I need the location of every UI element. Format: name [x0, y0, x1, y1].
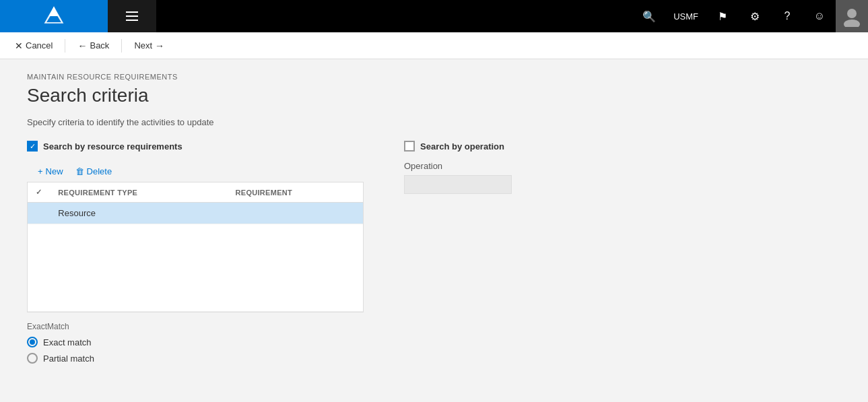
svg-point-4 [844, 20, 860, 27]
search-requirements-label: Search by resource requirements [43, 141, 182, 152]
top-nav-icons: 🔍 USMF ⚑ ⚙ ? ☺ [633, 0, 868, 32]
next-button[interactable]: Next → [127, 38, 171, 54]
back-label: Back [90, 40, 109, 51]
cancel-label: Cancel [26, 40, 53, 51]
separator [65, 39, 65, 53]
delete-icon: 🗑 [75, 166, 84, 176]
sub-nav: ✕ Cancel ← Back Next → [0, 32, 868, 59]
separator2 [121, 39, 122, 53]
requirements-table: ✓ REQUIREMENT TYPE REQUIREMENT [28, 182, 363, 312]
partial-match-row: Partial match [27, 353, 364, 364]
next-label: Next [134, 40, 152, 51]
company-selector[interactable]: USMF [665, 0, 706, 32]
main-content: MAINTAIN RESOURCE REQUIREMENTS Search cr… [0, 59, 868, 402]
exact-match-radio[interactable] [27, 337, 38, 347]
checkmark-icon: ✓ [30, 143, 36, 150]
table-empty-row [28, 224, 363, 312]
company-name: USMF [673, 11, 698, 22]
plus-icon: + [38, 166, 43, 176]
table-toolbar: + New 🗑 Delete [27, 161, 364, 182]
row-req-cell [228, 203, 363, 224]
exact-match-row: Exact match [27, 337, 364, 347]
left-column: ✓ Search by resource requirements + New … [27, 141, 364, 369]
table-row[interactable]: Resource [28, 203, 363, 224]
user-avatar[interactable] [836, 0, 868, 32]
back-button[interactable]: ← Back [71, 38, 116, 54]
next-icon: → [155, 40, 164, 51]
app-logo[interactable] [0, 0, 108, 32]
operation-input[interactable] [404, 175, 512, 194]
exact-match-label: Exact match [43, 337, 92, 347]
partial-match-radio[interactable] [27, 353, 38, 364]
gear-icon[interactable]: ⚙ [739, 0, 771, 32]
search-operation-checkbox[interactable] [404, 141, 415, 152]
breadcrumb: MAINTAIN RESOURCE REQUIREMENTS [27, 73, 841, 81]
search-by-requirements-row: ✓ Search by resource requirements [27, 141, 364, 152]
back-icon: ← [77, 40, 87, 51]
svg-point-3 [847, 9, 857, 18]
search-requirements-checkbox[interactable]: ✓ [27, 141, 38, 152]
subtitle: Specify criteria to identify the activit… [27, 117, 841, 127]
col-check: ✓ [28, 182, 50, 203]
exact-match-section-label: ExactMatch [27, 322, 364, 331]
search-by-operation-row: Search by operation [404, 141, 841, 152]
delete-label: Delete [87, 166, 112, 176]
page-title: Search criteria [27, 85, 841, 106]
hamburger-icon [126, 11, 138, 21]
cancel-button[interactable]: ✕ Cancel [8, 38, 59, 54]
operation-label: Operation [404, 161, 841, 171]
requirements-table-wrapper: ✓ REQUIREMENT TYPE REQUIREMENT [27, 182, 364, 312]
right-column: Search by operation Operation [404, 141, 841, 369]
svg-marker-2 [49, 7, 59, 16]
search-operation-label: Search by operation [420, 141, 504, 152]
row-check-cell [28, 203, 50, 224]
search-icon[interactable]: 🔍 [633, 0, 665, 32]
col-requirement: REQUIREMENT [228, 182, 363, 203]
flag-icon[interactable]: ⚑ [706, 0, 739, 32]
col-requirement-type: REQUIREMENT TYPE [50, 182, 227, 203]
content-columns: ✓ Search by resource requirements + New … [27, 141, 841, 369]
new-label: New [46, 166, 63, 176]
row-req-type-cell: Resource [50, 203, 227, 224]
empty-cell [28, 224, 363, 312]
partial-match-label: Partial match [43, 354, 94, 364]
cancel-icon: ✕ [15, 40, 23, 51]
top-nav: 🔍 USMF ⚑ ⚙ ? ☺ [0, 0, 868, 32]
smiley-icon[interactable]: ☺ [803, 0, 836, 32]
delete-button[interactable]: 🗑 Delete [70, 164, 118, 179]
new-button[interactable]: + New [32, 164, 69, 179]
hamburger-menu[interactable] [108, 0, 156, 32]
help-icon[interactable]: ? [771, 0, 803, 32]
